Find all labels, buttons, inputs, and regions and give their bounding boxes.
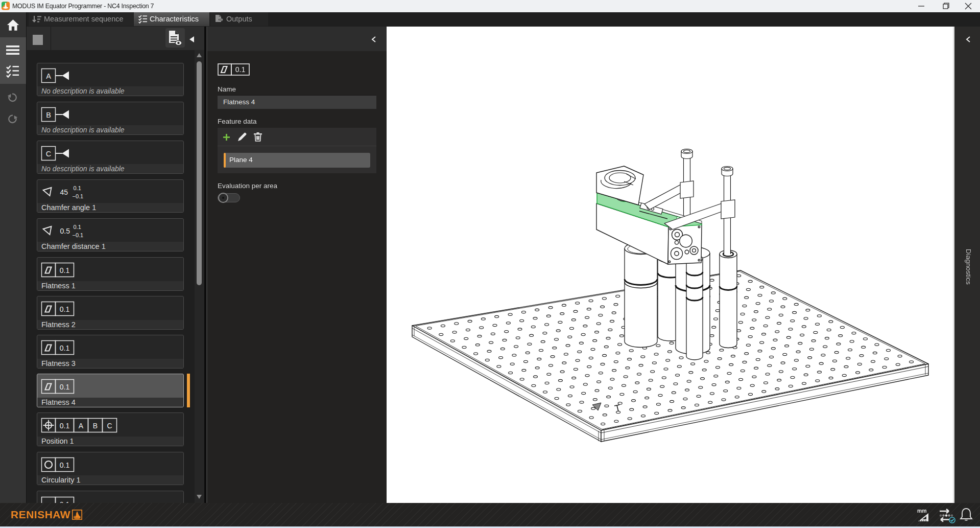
svg-text:mm: mm <box>917 508 927 514</box>
